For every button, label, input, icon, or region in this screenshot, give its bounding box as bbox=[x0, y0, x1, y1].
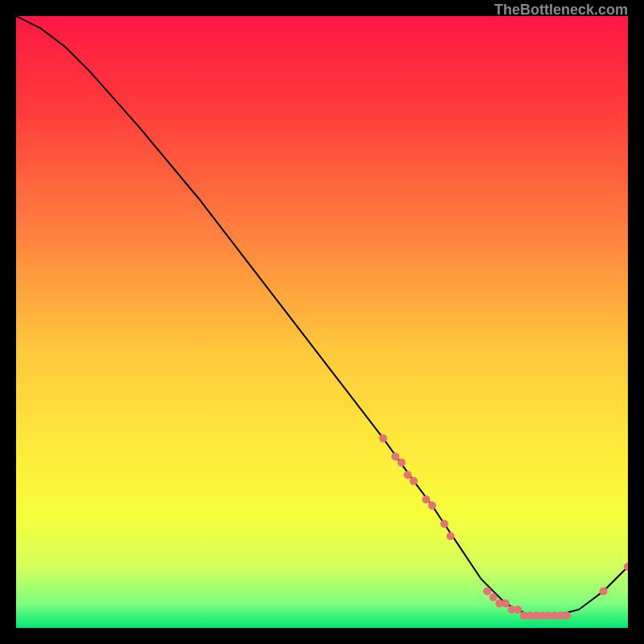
scatter-point bbox=[447, 532, 455, 540]
scatter-point bbox=[398, 459, 406, 467]
scatter-markers bbox=[379, 434, 628, 619]
scatter-point bbox=[422, 495, 430, 503]
chart-container bbox=[16, 16, 628, 628]
watermark-text: TheBottleneck.com bbox=[494, 2, 628, 19]
scatter-point bbox=[440, 520, 448, 528]
bottleneck-curve bbox=[16, 16, 628, 616]
scatter-point bbox=[489, 593, 497, 601]
scatter-point bbox=[391, 452, 399, 460]
chart-svg bbox=[16, 16, 628, 628]
scatter-point bbox=[379, 434, 387, 442]
scatter-point bbox=[428, 502, 436, 510]
scatter-point bbox=[563, 612, 571, 620]
scatter-point bbox=[514, 605, 522, 613]
scatter-point bbox=[483, 587, 491, 595]
scatter-point bbox=[600, 587, 608, 595]
scatter-point bbox=[410, 477, 418, 485]
scatter-point bbox=[403, 471, 411, 479]
scatter-point bbox=[502, 600, 510, 608]
